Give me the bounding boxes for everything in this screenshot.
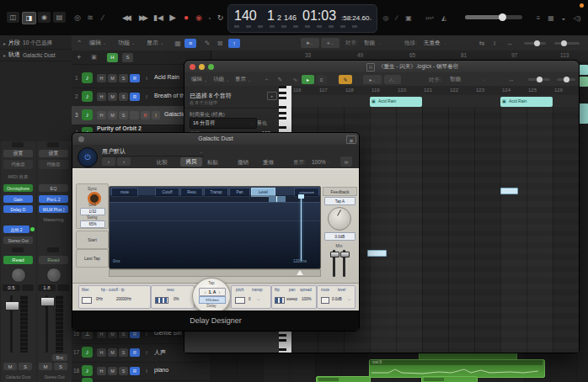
master-volume-slider[interactable] [465,15,522,19]
count-in-icon[interactable]: ¹²³⁴ [423,13,436,23]
rewind-button[interactable]: ◀◀ [118,12,133,24]
automation-mode-button[interactable]: Read [39,256,68,264]
freeze-button[interactable] [130,111,139,119]
midi-note[interactable] [500,188,518,194]
channel-setting-button[interactable]: 设置 [39,150,68,157]
tap-flag[interactable] [298,194,304,199]
inspector-toggle-icon[interactable]: ▸ [267,92,277,100]
midi-in-icon[interactable]: ∿ [291,75,300,84]
toolbar-toggle-button[interactable]: ▤ [53,12,66,23]
track-stack-icon[interactable]: ▣ [91,54,97,61]
zoom-thumb[interactable] [537,77,543,82]
view-zoom-value[interactable]: 100% [312,159,326,165]
pitch-checkbox[interactable] [235,297,245,304]
zoom-slider-v[interactable] [557,78,575,81]
catch-playhead-icon[interactable]: ↑ [228,39,240,48]
cycle-button[interactable]: ↻ [215,12,226,23]
mute-button[interactable]: M [108,348,117,357]
feedback-tap-select[interactable]: Tap A [324,197,355,205]
notification-bell-icon[interactable]: ◒ [559,13,569,23]
input-monitor-button[interactable]: I [142,93,151,101]
updown-icon[interactable]: ⌵ [327,159,330,165]
brush-icon[interactable]: ✎ [275,75,285,84]
prev-tap-icon[interactable]: ‹ [205,290,206,294]
mute-checkbox[interactable] [321,297,329,304]
quantize-apply-button[interactable]: 量化 [257,119,267,127]
output-slot[interactable]: Stereo Out [3,236,33,244]
start-button[interactable]: Start [76,231,109,249]
next-tap-icon[interactable]: › [218,290,220,294]
lcd-display[interactable]: 140 1 2 146 01:03 :58:24.60 ⌄ [227,4,377,33]
waveform-zoom-icon[interactable]: ⇆ [477,38,487,48]
dd-display[interactable]: mute Cutoff Reso Transp Pan Level autozo… [109,186,321,269]
eq-slot[interactable]: 均衡器 [39,160,68,169]
replace-icon[interactable]: ▣ [404,13,414,23]
mute-button[interactable]: M [108,367,117,375]
output-eq-slot[interactable]: EQ [39,184,68,192]
secondary-tool-menu[interactable]: ∕⌄ [384,75,401,84]
zoom-thumb[interactable] [564,77,569,82]
hide-button[interactable]: H [97,348,106,357]
flex-tool-icon[interactable]: ≋ [85,13,95,23]
swing-value[interactable]: 65% [80,220,105,228]
instrument-slot[interactable]: Omnisphere [3,184,33,192]
midi-note[interactable] [367,250,387,257]
audio-fx-slot[interactable]: WLM Plus ] [39,205,68,213]
step-input-button[interactable]: ≡ [316,75,327,84]
bounce-button[interactable]: Bnc [52,354,67,361]
copy-button[interactable]: 拷贝 [180,157,202,167]
next-preset-button[interactable]: › [117,157,131,166]
hide-button[interactable]: H [97,111,106,119]
drag-menu[interactable]: 无重叠⌵ [424,38,464,48]
zoom-thumb[interactable] [561,40,567,46]
menu-edit[interactable]: 编辑⌄ [191,75,207,84]
record-enable-button[interactable]: R [130,74,140,82]
solo-button[interactable]: S [54,363,67,370]
region-inspector-row[interactable]: ▸ 片段 10 个已选择 [0,37,72,50]
menu-functions[interactable]: 功能⌄ [118,38,135,48]
mute-button[interactable]: M [108,111,117,119]
time-handles-icon[interactable]: ↔ [505,75,518,84]
marquee-icon[interactable]: ⊠ [215,38,225,48]
snap-menu[interactable]: 智能⌵ [364,38,396,48]
record-enable-button[interactable]: R [141,111,150,119]
channel-setting-button[interactable]: 设置 [3,150,33,157]
record-enable-button[interactable]: R [130,348,140,357]
hide-button[interactable]: H [97,93,106,101]
input-monitor-button[interactable]: I [152,111,160,119]
quickhelp-button[interactable]: ◉ [38,12,51,23]
pitch-value[interactable]: 0 [249,297,251,301]
input-monitor-button[interactable]: I [142,367,151,375]
horizontal-zoom-icon[interactable]: ↔ [504,38,516,48]
solo-button[interactable]: S [119,93,128,101]
dd-scrollbar[interactable] [109,269,321,277]
tap-select-control[interactable]: ‹ 1. A › [199,288,226,296]
feedback-value[interactable]: 0.0dB [324,232,355,241]
library-toggle-button[interactable]: ◫ [7,12,19,23]
record-button[interactable]: ● [180,11,192,23]
preset-menu[interactable]: 用户默认 ⌄ [102,146,203,157]
pencil-tool-icon[interactable]: ∕ [98,13,108,23]
plugin-power-button[interactable]: ⏻ [78,147,98,167]
solo-button[interactable]: S [119,111,128,119]
param-filter-section[interactable]: filter hp - cutoff - lp 0Hz 20000Hz [78,285,151,309]
mix-slider-dry[interactable] [343,250,345,277]
vertical-zoom-icon[interactable]: I [491,38,498,48]
zoom-slider-h[interactable] [524,42,546,45]
pan-knob[interactable] [11,268,26,283]
undo-button[interactable]: 撤销 [238,159,249,167]
audio-fx-slot[interactable]: Delay D [3,205,33,213]
arrange-region-mini[interactable] [579,77,588,87]
reso-slider[interactable] [155,297,168,304]
minimize-button[interactable] [199,64,205,70]
hide-editor-icon[interactable]: ⌃ [74,38,84,48]
zoom-button[interactable] [208,64,214,70]
hide-tracks-button[interactable]: H [107,53,118,62]
group-slot[interactable] [12,247,24,252]
volume-value[interactable]: 1.8 [38,284,56,291]
hide-button[interactable]: H [97,367,106,375]
slider-handle[interactable] [330,252,339,257]
zoom-tool-icon[interactable]: ◎ [72,13,83,23]
menu-view[interactable]: 显示⌄ [235,75,251,84]
play-button[interactable]: ▶ [167,11,179,23]
